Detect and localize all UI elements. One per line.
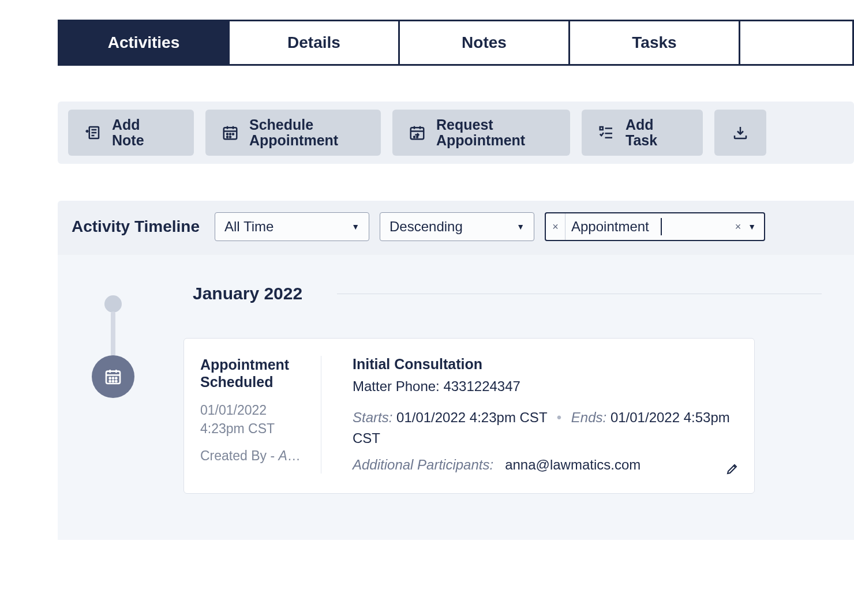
calendar-request-icon bbox=[409, 124, 426, 141]
timeline-node-icon bbox=[92, 355, 134, 398]
event-times: Starts: 01/01/2022 4:23pm CST • Ends: 01… bbox=[353, 407, 738, 449]
tabs-bar: Activities Details Notes Tasks bbox=[58, 20, 854, 66]
caret-down-icon: ▼ bbox=[351, 222, 359, 231]
clear-filter-left-icon[interactable]: × bbox=[546, 213, 565, 240]
event-left: Appointment Scheduled 01/01/2022 4:23pm … bbox=[200, 356, 321, 474]
quick-actions-bar: Add Note Schedule Appointment bbox=[58, 102, 854, 164]
event-participants: Additional Participants: anna@lawmatics.… bbox=[353, 457, 738, 473]
schedule-appointment-label: Schedule Appointment bbox=[249, 117, 338, 149]
text-cursor bbox=[661, 218, 662, 235]
tab-remainder bbox=[740, 21, 854, 64]
caret-down-icon: ▼ bbox=[516, 222, 525, 231]
request-appointment-label: Request Appointment bbox=[436, 117, 525, 149]
sort-dropdown[interactable]: Descending ▼ bbox=[380, 212, 534, 241]
svg-rect-21 bbox=[600, 127, 603, 130]
clear-filter-icon[interactable]: × bbox=[735, 221, 741, 233]
download-icon bbox=[732, 124, 749, 141]
download-button[interactable] bbox=[714, 110, 766, 156]
event-created-by: Created By - An… bbox=[200, 448, 307, 464]
add-note-label: Add Note bbox=[112, 117, 144, 149]
event-title: Appointment Scheduled bbox=[200, 356, 307, 390]
event-right-title: Initial Consultation bbox=[353, 356, 738, 373]
tab-tasks[interactable]: Tasks bbox=[570, 21, 740, 64]
checklist-icon bbox=[598, 124, 615, 141]
event-right: Initial Consultation Matter Phone: 43312… bbox=[321, 356, 738, 474]
tab-notes[interactable]: Notes bbox=[400, 21, 570, 64]
tab-activities[interactable]: Activities bbox=[59, 21, 230, 64]
timeline-header: Activity Timeline All Time ▼ Descending … bbox=[58, 201, 854, 255]
timeline-panel: Activity Timeline All Time ▼ Descending … bbox=[58, 201, 854, 540]
event-card: Appointment Scheduled 01/01/2022 4:23pm … bbox=[183, 338, 755, 494]
timeline-rail-dot bbox=[104, 295, 122, 313]
month-row: January 2022 bbox=[193, 284, 822, 303]
note-add-icon bbox=[84, 124, 102, 141]
month-title: January 2022 bbox=[193, 284, 302, 303]
svg-point-29 bbox=[110, 378, 111, 379]
event-date: 01/01/2022 4:23pm CST bbox=[200, 401, 307, 438]
event-matter-phone: Matter Phone: 4331224347 bbox=[353, 378, 738, 395]
calendar-icon bbox=[222, 124, 239, 141]
svg-point-13 bbox=[227, 137, 228, 138]
svg-point-11 bbox=[230, 134, 231, 135]
svg-point-31 bbox=[115, 378, 117, 379]
svg-point-20 bbox=[417, 137, 418, 138]
sort-value: Descending bbox=[389, 219, 463, 235]
svg-point-12 bbox=[233, 134, 234, 135]
schedule-appointment-button[interactable]: Schedule Appointment bbox=[205, 110, 381, 156]
request-appointment-button[interactable]: Request Appointment bbox=[392, 110, 570, 156]
time-range-dropdown[interactable]: All Time ▼ bbox=[215, 212, 369, 241]
svg-point-33 bbox=[113, 381, 114, 382]
tab-details[interactable]: Details bbox=[230, 21, 400, 64]
type-filter-dropdown[interactable]: × Appointment × ▼ bbox=[545, 212, 765, 241]
type-filter-value: Appointment bbox=[571, 219, 649, 235]
timeline-rail-line bbox=[111, 311, 115, 359]
time-range-value: All Time bbox=[224, 219, 274, 235]
timeline-body: January 2022 Appointment Scheduled 01/01… bbox=[58, 255, 854, 540]
edit-icon[interactable] bbox=[725, 462, 739, 478]
add-task-button[interactable]: Add Task bbox=[582, 110, 703, 156]
add-note-button[interactable]: Add Note bbox=[68, 110, 194, 156]
caret-down-icon[interactable]: ▼ bbox=[748, 222, 756, 231]
svg-point-14 bbox=[230, 137, 231, 138]
add-task-label: Add Task bbox=[625, 117, 657, 149]
timeline-title: Activity Timeline bbox=[72, 217, 200, 236]
svg-point-34 bbox=[115, 381, 117, 382]
svg-point-30 bbox=[113, 378, 114, 379]
svg-point-19 bbox=[414, 137, 415, 138]
svg-point-32 bbox=[110, 381, 111, 382]
month-divider bbox=[337, 294, 822, 294]
svg-point-10 bbox=[227, 134, 228, 135]
